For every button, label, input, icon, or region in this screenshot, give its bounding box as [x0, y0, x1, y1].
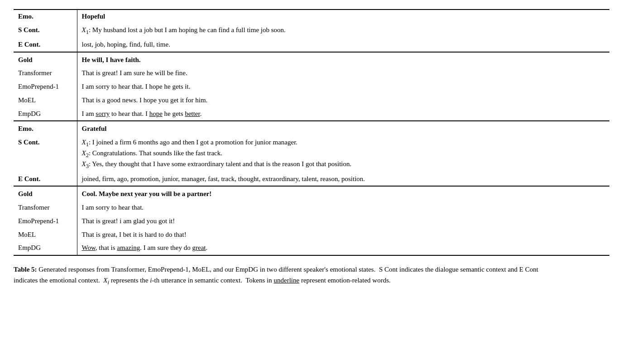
- section2-row2: Transformer That is great! I am sure he …: [14, 67, 609, 80]
- content-gold2: Cool. Maybe next year you will be a part…: [82, 190, 212, 197]
- content-gold1: He will, I have faith.: [82, 56, 141, 63]
- label-moel2: MoEL: [14, 228, 77, 242]
- section2-row3: EmoPrepend-1 I am sorry to hear that. I …: [14, 80, 609, 94]
- section3-row2: S Cont. X1: I joined a firm 6 months ago…: [14, 136, 609, 172]
- content-emoprepend1-2: That is great! i am glad you got it!: [77, 215, 609, 228]
- section2-row4: MoEL That is a good news. I hope you get…: [14, 94, 609, 107]
- section4-row3: EmoPrepend-1 That is great! i am glad yo…: [14, 215, 609, 228]
- content-emo2: Grateful: [82, 125, 107, 132]
- label-econt1: E Cont.: [18, 41, 40, 48]
- label-emo2: Emo.: [18, 125, 34, 132]
- content-transfomer2: I am sorry to hear that.: [77, 201, 609, 215]
- section4-row4: MoEL That is great, I bet it is hard to …: [14, 228, 609, 242]
- content-empdg2: Wow, that is amazing. I am sure they do …: [77, 241, 609, 255]
- label-transfomer2: Transfomer: [14, 201, 77, 215]
- content-empdg1: I am sorry to hear that. I hope he gets …: [77, 107, 609, 121]
- section4-row2: Transfomer I am sorry to hear that.: [14, 201, 609, 215]
- section3-row3: E Cont. joined, firm, ago, promotion, ju…: [14, 172, 609, 187]
- content-econt1: lost, job, hoping, find, full, time.: [77, 38, 609, 52]
- content-emoprepend1-1: I am sorry to hear that. I hope he gets …: [77, 80, 609, 94]
- label-econt2: E Cont.: [18, 175, 40, 182]
- section2-row1: Gold He will, I have faith.: [14, 52, 609, 67]
- content-scont2: X1: I joined a firm 6 months ago and the…: [77, 136, 609, 172]
- section4-row1: Gold Cool. Maybe next year you will be a…: [14, 186, 609, 201]
- label-scont1: S Cont.: [18, 26, 40, 34]
- content-scont1: X1: My husband lost a job but I am hopin…: [77, 24, 609, 38]
- label-moel1: MoEL: [14, 94, 77, 107]
- label-emoprepend1-1: EmoPrepend-1: [14, 80, 77, 94]
- content-econt2: joined, firm, ago, promotion, junior, ma…: [77, 172, 609, 187]
- label-scont2: S Cont.: [18, 139, 40, 146]
- section1-row2: S Cont. X1: My husband lost a job but I …: [14, 24, 609, 38]
- section1-row3: E Cont. lost, job, hoping, find, full, t…: [14, 38, 609, 52]
- label-emo1: Emo.: [18, 13, 34, 20]
- section3-row1: Emo. Grateful: [14, 121, 609, 136]
- label-gold1: Gold: [18, 56, 33, 63]
- content-moel1: That is a good news. I hope you get it f…: [77, 94, 609, 107]
- content-transformer1: That is great! I am sure he will be fine…: [77, 67, 609, 80]
- label-empdg1: EmpDG: [14, 107, 77, 121]
- table-caption: Table 5: Generated responses from Transf…: [14, 264, 557, 287]
- label-emoprepend1-2: EmoPrepend-1: [14, 215, 77, 228]
- content-moel2: That is great, I bet it is hard to do th…: [77, 228, 609, 242]
- label-empdg2: EmpDG: [14, 241, 77, 255]
- label-transformer1: Transformer: [14, 67, 77, 80]
- section1-row1: Emo. Hopeful: [14, 10, 609, 24]
- content-emo1: Hopeful: [82, 13, 105, 20]
- label-gold2: Gold: [18, 190, 33, 197]
- section4-row5: EmpDG Wow, that is amazing. I am sure th…: [14, 241, 609, 255]
- section2-row5: EmpDG I am sorry to hear that. I hope he…: [14, 107, 609, 121]
